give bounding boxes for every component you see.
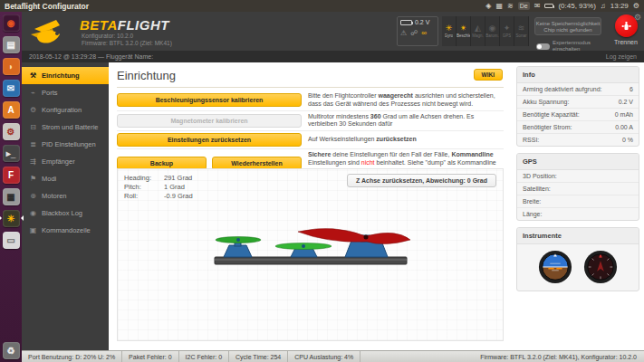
panel-row-akku-spannung: Akku Spannung: 0.2 V: [517, 96, 639, 109]
firmware-version: Firmware: BTFL 3.2.0 (Ziel: MK41): [82, 40, 172, 46]
session-gear-icon[interactable]: ⚙: [633, 3, 639, 10]
warning-icon: ⚠: [400, 29, 407, 37]
configurator-version: Konfigurator: 10.2.0: [82, 33, 133, 39]
instruments-panel-title: Instrumente: [517, 228, 639, 244]
right-panels: Info Arming deaktiviert aufgrund: 6 Akku…: [516, 66, 639, 291]
connection-timestamp: 2018-05-12 @ 13:29:28 — Fluggerät Name:: [29, 53, 153, 60]
wiki-button[interactable]: WIKI: [474, 69, 503, 81]
launcher-item-system-settings[interactable]: ⚙: [3, 123, 20, 140]
connection-statusline: 2018-05-12 @ 13:29:28 — Fluggerät Name: …: [22, 51, 644, 62]
sidebar-nav: ⚒ Einrichtung ⌁ Ports ⚙ Konfiguration ⊟ …: [22, 62, 109, 350]
battery-status-box: 0.2 V ⚠ ☍ ∞: [397, 16, 438, 46]
battery-level-icon: [400, 20, 412, 25]
sidebar-item-konfiguration[interactable]: ⚙ Konfiguration: [22, 101, 109, 119]
statusbar-segment: Cycle Time: 254: [229, 351, 288, 362]
main-content: Einrichtung WIKI Beschleunigungssensor k…: [109, 62, 512, 350]
sensor-magn: ◭ Magn.: [471, 16, 485, 46]
launcher-item-fc-app[interactable]: F: [3, 167, 20, 184]
antenna-icon: ☍: [410, 29, 418, 37]
betaflight-logo: [29, 16, 78, 47]
sidebar-item-einrichtung[interactable]: ⚒ Einrichtung: [22, 67, 109, 84]
launcher-item-terminal[interactable]: ▸_: [3, 145, 20, 162]
beschleunigungssensor-kalibrieren-button[interactable]: Beschleunigungssensor kalibrieren: [117, 93, 302, 107]
keyboard-layout-indicator[interactable]: De: [518, 2, 530, 10]
reset-z-axis-button[interactable]: Z Achse zurücksetzen, Abweichung: 0 Grad: [347, 174, 496, 187]
sensor-gyro: ✳ Gyro: [442, 16, 457, 46]
launcher-item-betaflight[interactable]: ✳: [3, 210, 20, 227]
page-title: Einrichtung: [117, 69, 504, 88]
launcher-item-file-manager[interactable]: ▤: [3, 36, 20, 53]
setup-row-note: Multirotor mindestens 360 Grad um alle A…: [308, 113, 504, 129]
sidebar-item-kommandozeile[interactable]: ▣ Kommandozeile: [22, 222, 109, 239]
attitude-row-roll: Roll: -0.9 Grad: [124, 192, 193, 201]
attitude-indicator-gauge: [538, 250, 572, 284]
window-title: Betaflight Configurator: [5, 2, 89, 11]
clock[interactable]: 13:29: [610, 2, 629, 10]
sensor-sonar: ≋ Sonar: [514, 16, 529, 46]
app-statusbar: Port Benutzung: D: 20% U: 2%Paket Fehler…: [22, 350, 644, 362]
sensor-gps: ✦ GPS: [500, 16, 514, 46]
sidebar-item-blackbox-log[interactable]: ◉ Blackbox Log: [22, 205, 109, 222]
statusbar-segment: Port Benutzung: D: 20% U: 2%: [22, 351, 122, 362]
statusbar-segment: CPU Auslastung: 4%: [288, 351, 360, 362]
tray-app-indicator-icon[interactable]: ◈: [485, 3, 491, 10]
statusbar-segments: Port Benutzung: D: 20% U: 2%Paket Fehler…: [22, 351, 360, 362]
panel-row-breite: Breite:: [517, 195, 639, 208]
statusbar-segment: Paket Fehler: 0: [122, 351, 178, 362]
attitude-row-pitch: Pitch: 1 Grad: [124, 183, 193, 192]
sidebar-item-strom-und-batterie[interactable]: ⊟ Strom und Batterie: [22, 119, 109, 136]
panel-row-länge: Länge:: [517, 208, 639, 220]
mail-icon[interactable]: ✉: [534, 3, 541, 10]
drone-3d-model[interactable]: [202, 218, 419, 281]
gps-panel: GPS 3D Position: Satelliten: Breite: Län…: [516, 153, 639, 221]
gps-panel-rows: 3D Position: Satelliten: Breite: Länge:: [517, 170, 639, 220]
einstellungen-zurücksetzen-button[interactable]: Einstellungen zurücksetzen: [117, 133, 302, 147]
setup-row: Beschleunigungssensor kalibrieren Bitte …: [117, 90, 504, 111]
magnetometer-kalibrieren-button: Magnetometer kalibrieren: [117, 114, 302, 128]
instruments-panel: Instrumente: [516, 227, 639, 291]
launcher-item-archive-tool[interactable]: A: [3, 101, 20, 119]
sidebar-item-motoren[interactable]: ⊕ Motoren: [22, 187, 109, 205]
sensor-status-bar: ✳ Gyro ✴ Beschle ◭ Magn. ◉ Barom. ✦ GPS …: [442, 16, 529, 46]
tray-workspace-grid-icon[interactable]: ▦: [496, 3, 504, 10]
show-log-link[interactable]: Log zeigen: [606, 53, 637, 60]
ubuntu-launcher: ◉ ▤ ◗ ✉ A ⚙ ▸_ F ▦ ✳ ▭ ♻: [0, 12, 22, 362]
betaflight-window: BETAFLIGHT Konfigurator: 10.2.0 Firmware…: [22, 12, 644, 362]
volume-icon[interactable]: ♫: [601, 3, 606, 10]
setup-row: Einstellungen zurücksetzen Auf Werkseins…: [117, 131, 504, 149]
no-storage-notice: Keine Speichermöglichkeit Chip nicht gef…: [534, 17, 601, 35]
gps-panel-title: GPS: [517, 154, 639, 170]
launcher-item-removable-drive[interactable]: ▭: [3, 232, 20, 249]
info-panel-rows: Arming deaktiviert aufgrund: 6 Akku Span…: [517, 83, 639, 146]
launcher-item-firefox[interactable]: ◗: [3, 58, 20, 75]
panel-row-arming-deaktiviert-aufgrund: Arming deaktiviert aufgrund: 6: [517, 83, 639, 96]
sensor-beschle: ✴ Beschle: [457, 16, 471, 46]
sidebar-item-pid-einstellungen[interactable]: ≣ PID Einstellungen: [22, 136, 109, 153]
settings-gear-icon[interactable]: ⚙: [634, 13, 641, 22]
launcher-item-thunderbird[interactable]: ✉: [3, 80, 20, 97]
toggle-switch[interactable]: [536, 43, 550, 50]
sensor-barom: ◉ Barom.: [485, 16, 500, 46]
system-tray: ◈▦≋ De ✉ (0:45, 93%) ♫ 13:29 ⚙: [485, 2, 639, 10]
launcher-item-trash[interactable]: ♻: [3, 342, 20, 359]
sidebar-item-ports[interactable]: ⌁ Ports: [22, 84, 109, 101]
sidebar-item-modi[interactable]: ⚑ Modi: [22, 170, 109, 187]
panel-row-3d-position: 3D Position:: [517, 170, 639, 183]
attitude-row-heading: Heading: 291 Grad: [124, 174, 193, 183]
heading-indicator-gauge: [583, 250, 618, 284]
tray-network-icon[interactable]: ≋: [507, 3, 514, 10]
tray-indicator-icons: ◈▦≋: [485, 3, 513, 10]
model-preview-box: Heading: 291 Grad Pitch: 1 Grad Roll: -0…: [117, 168, 504, 341]
brand-name: BETAFLIGHT: [80, 17, 169, 33]
attitude-readout: Heading: 291 Grad Pitch: 1 Grad Roll: -0…: [124, 174, 193, 201]
battery-icon: [544, 4, 553, 8]
panel-row-rssi: RSSI: 0 %: [517, 134, 639, 146]
panel-row-benötigte-kapazität: Benötigte Kapazität: 0 mAh: [517, 109, 639, 121]
launcher-item-calculator[interactable]: ▦: [3, 188, 20, 205]
disconnect-label: Trennen: [607, 39, 644, 45]
usb-link-icon: ∞: [421, 29, 427, 37]
launcher-item-dash-home[interactable]: ◉: [3, 14, 20, 32]
sidebar-item-empfänger[interactable]: ⇶ Empfänger: [22, 153, 109, 170]
info-panel-title: Info: [517, 67, 639, 83]
battery-voltage: 0.2 V: [415, 19, 429, 25]
